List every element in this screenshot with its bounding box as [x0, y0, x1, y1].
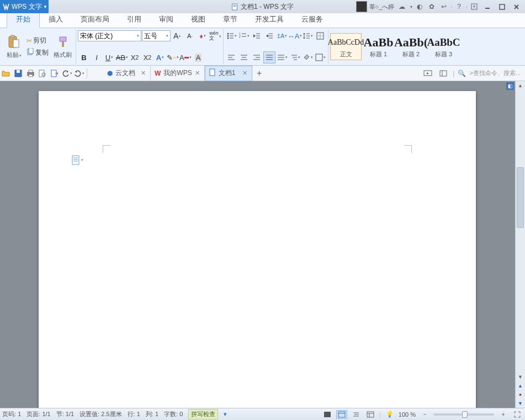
skin-icon[interactable]: ◐ — [414, 1, 425, 12]
document-canvas[interactable]: ◧ ▾ — [0, 81, 515, 408]
status-page[interactable]: 页面: 1/1 — [26, 410, 50, 418]
page-section-icon[interactable]: ▾ — [72, 155, 83, 165]
next-page-button[interactable]: ▼ — [516, 399, 525, 408]
font-name-select[interactable]: 宋体 (正文)▾ — [78, 30, 141, 41]
fullscreen-up-icon[interactable] — [469, 1, 480, 12]
nav-pane-toggle[interactable]: ◧ — [506, 82, 514, 90]
view-web-button[interactable] — [365, 410, 376, 419]
view-outline-button[interactable] — [351, 410, 362, 419]
app-menu-dropdown[interactable]: ▼ — [42, 0, 49, 13]
scroll-thumb[interactable] — [517, 167, 524, 228]
copy-button[interactable]: 复制 — [25, 47, 50, 59]
cut-button[interactable]: ✂剪切 — [25, 35, 50, 46]
increase-font-button[interactable]: A+ — [171, 30, 183, 42]
style-normal[interactable]: AaBbCcDd 正文 — [330, 33, 362, 60]
scroll-up-button[interactable]: ▲ — [516, 81, 525, 90]
vertical-scrollbar[interactable]: ▲ ▼ ▲ ● ▼ — [515, 81, 525, 408]
distribute-button[interactable]: ▾ — [276, 51, 288, 63]
undo-button[interactable]: ▾ — [61, 67, 73, 79]
format-painter-button[interactable]: 格式刷 — [51, 33, 74, 60]
style-heading1[interactable]: AaBb 标题 1 — [363, 33, 394, 60]
zoom-knob[interactable] — [462, 411, 468, 418]
eye-protect-button[interactable]: 💡 — [384, 410, 395, 419]
status-section[interactable]: 节: 1/1 — [56, 410, 74, 418]
style-heading2[interactable]: AaBb( 标题 2 — [395, 33, 427, 60]
tab-settings-button[interactable]: ▾ — [289, 51, 301, 63]
align-left-button[interactable] — [225, 51, 237, 63]
save-button[interactable] — [12, 67, 24, 79]
status-position[interactable]: 设置值: 2.5厘米 — [79, 410, 121, 418]
clear-format-button[interactable]: ♦▾ — [197, 30, 209, 42]
redo-button[interactable]: ▾ — [73, 67, 85, 79]
username[interactable]: 莘○_へ婷 — [368, 3, 396, 11]
align-center-button[interactable] — [238, 51, 250, 63]
numbering-button[interactable]: 12▾ — [238, 30, 250, 42]
feedback-icon[interactable]: ✿ — [426, 1, 437, 12]
zoom-value[interactable]: 100 % — [399, 411, 416, 418]
strikethrough-button[interactable]: AB▾ — [116, 51, 128, 63]
doctab-mywps[interactable]: W 我的WPS ✕ — [151, 66, 205, 81]
open-button[interactable] — [0, 67, 12, 79]
prev-page-button[interactable]: ▲ — [516, 381, 525, 390]
close-tab-icon[interactable]: ✕ — [242, 70, 247, 77]
print-preview-button[interactable] — [36, 67, 49, 79]
minimize-button[interactable] — [481, 1, 494, 12]
status-pagecode[interactable]: 页码: 1 — [2, 410, 21, 418]
zoom-out-button[interactable]: － — [419, 410, 430, 419]
user-avatar[interactable] — [356, 1, 367, 12]
underline-button[interactable]: U▾ — [103, 51, 115, 63]
view-fullscreen-button[interactable] — [322, 410, 333, 419]
search-hint[interactable]: >查找命令、搜索... — [469, 69, 521, 77]
app-badge[interactable]: WPS 文字 — [0, 0, 42, 13]
zoom-in-button[interactable]: ＋ — [497, 410, 508, 419]
export-pdf-button[interactable] — [49, 67, 61, 79]
spell-check-button[interactable]: 拼写检查 — [188, 409, 218, 419]
text-effect-button[interactable]: A▾ — [154, 51, 166, 63]
tab-insert[interactable]: 插入 — [40, 12, 72, 28]
tab-cloud[interactable]: 云服务 — [293, 12, 332, 28]
italic-button[interactable]: I — [91, 51, 103, 63]
undo-title-icon[interactable]: ↩ — [438, 1, 449, 12]
line-spacing-button[interactable]: ▾ — [301, 30, 314, 42]
style-heading3[interactable]: AaBbC 标题 3 — [428, 33, 459, 60]
tab-pagelayout[interactable]: 页面布局 — [72, 12, 118, 28]
doctab-cloud[interactable]: ⬢ 云文档 ✕ — [103, 66, 151, 81]
tab-view[interactable]: 视图 — [182, 12, 214, 28]
doctab-doc1[interactable]: 文档1 ✕ — [205, 66, 252, 81]
superscript-button[interactable]: X2 — [129, 51, 141, 63]
maximize-button[interactable] — [495, 1, 508, 12]
font-color-button[interactable]: A▾ — [179, 51, 192, 63]
tab-references[interactable]: 引用 — [118, 12, 150, 28]
borders-button[interactable] — [314, 30, 326, 42]
char-scale-button[interactable]: ↔A▾ — [289, 30, 301, 42]
bullets-button[interactable]: ▾ — [225, 30, 237, 42]
status-words[interactable]: 字数: 0 — [164, 410, 183, 418]
page[interactable]: ▾ — [39, 91, 476, 408]
align-justify-button[interactable] — [263, 51, 275, 63]
close-button[interactable] — [510, 1, 523, 12]
subscript-button[interactable]: X2 — [141, 51, 153, 63]
view-page-button[interactable] — [336, 410, 347, 419]
scroll-track[interactable] — [516, 90, 525, 373]
para-border-button[interactable]: ▾ — [314, 51, 326, 63]
help-icon[interactable]: ? — [454, 1, 465, 12]
shading-button[interactable]: ▾ — [301, 51, 314, 63]
decrease-font-button[interactable]: A- — [184, 30, 196, 42]
increase-indent-button[interactable] — [263, 30, 275, 42]
print-button[interactable] — [24, 67, 36, 79]
new-tab-button[interactable]: + — [252, 66, 267, 81]
phonetic-guide-button[interactable]: wén文▾ — [209, 30, 221, 42]
scroll-down-button[interactable]: ▼ — [516, 373, 525, 381]
close-tab-icon[interactable]: ✕ — [195, 70, 200, 77]
align-right-button[interactable] — [251, 51, 263, 63]
screen-present-button[interactable] — [422, 67, 434, 79]
font-size-select[interactable]: 五号▾ — [142, 30, 171, 41]
tab-review[interactable]: 审阅 — [150, 12, 182, 28]
bold-button[interactable]: B — [78, 51, 90, 63]
highlight-button[interactable]: ✎▾ — [167, 51, 179, 63]
status-col[interactable]: 列: 1 — [146, 410, 158, 418]
tab-home[interactable]: 开始 — [7, 11, 40, 28]
close-tab-icon[interactable]: ✕ — [141, 70, 146, 77]
view-mode-button[interactable] — [437, 67, 449, 79]
text-direction-button[interactable]: ‡A▾ — [276, 30, 288, 42]
